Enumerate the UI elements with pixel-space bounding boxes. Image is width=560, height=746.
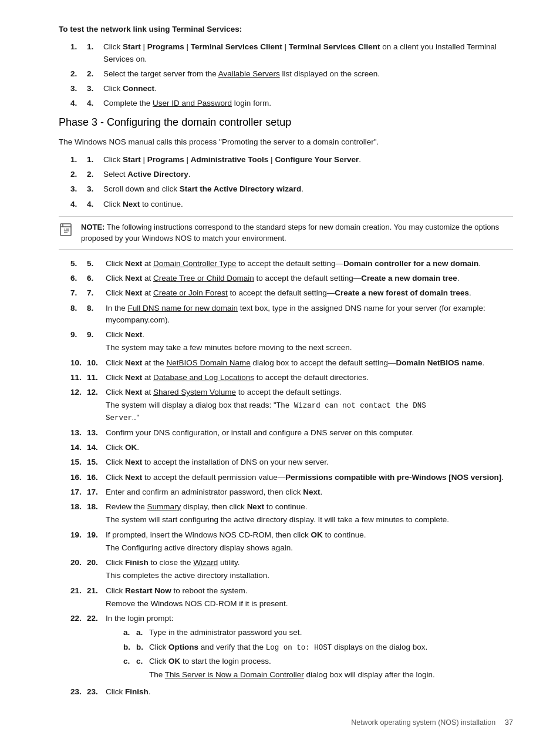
phase-step-item: 23.Click Finish. (70, 686, 513, 698)
phase-step-item: 20.Click Finish to close the Wizard util… (70, 557, 513, 582)
note-icon (59, 223, 75, 241)
note-text: NOTE: The following instructions corresp… (81, 221, 513, 244)
phase-intro: The Windows NOS manual calls this proces… (59, 136, 513, 148)
top-step-item: 1.Click Start | Programs | Terminal Serv… (70, 41, 513, 65)
phase-step-content: Scroll down and click Start the Active D… (103, 183, 513, 195)
top-step-item: 4.Complete the User ID and Password logi… (70, 98, 513, 109)
phase-step-content: Click Next at Database and Log Locations… (106, 372, 513, 384)
footer-left-text: Network operating system (NOS) installat… (351, 717, 495, 728)
phase-step-content: In the login prompt:a.Type in the admini… (106, 613, 513, 683)
phase-step-item: 19.If prompted, insert the Windows NOS C… (70, 529, 513, 555)
page: To test the network link using Terminal … (0, 0, 560, 746)
phase-step-item: 2.Select Active Directory. (70, 169, 513, 180)
step-sub-text: The system will display a dialog box tha… (106, 399, 513, 424)
phase-step-item: 6.Click Next at Create Tree or Child Dom… (70, 273, 513, 284)
phase-step-content: Click Next to accept the default permiss… (106, 472, 513, 483)
phase-step-content: Click Next at Create Tree or Child Domai… (106, 273, 513, 284)
phase-step-content: Confirm your DNS configuration, or insta… (106, 427, 513, 439)
top-section: To test the network link using Terminal … (59, 23, 513, 110)
top-section-title: To test the network link using Terminal … (59, 23, 513, 35)
phase-step-item: 17.Enter and confirm an administrator pa… (70, 486, 513, 498)
top-steps-list: 1.Click Start | Programs | Terminal Serv… (70, 41, 513, 109)
phase-step-content: In the Full DNS name for new domain text… (106, 303, 513, 327)
step-sub-text: The system will start configuring the ac… (106, 514, 513, 526)
alpha-step-content: Click Options and verify that the Log on… (149, 641, 513, 654)
phase-step-content: Click Next.The system may take a few min… (106, 329, 513, 354)
alpha-step-content: Click OK to start the login process.The … (149, 656, 513, 681)
alpha-sub-text: The This Server is Now a Domain Controll… (149, 669, 513, 681)
phase-step-item: 12.Click Next at Shared System Volume to… (70, 387, 513, 424)
phase-step-item: 15.Click Next to accept the installation… (70, 456, 513, 468)
phase-heading: Phase 3 - Configuring the domain control… (59, 115, 513, 130)
phase-step-content: Click OK. (106, 442, 513, 453)
phase-step-content: Click Next at the NetBIOS Domain Name di… (106, 357, 513, 369)
phase-step-item: 16.Click Next to accept the default perm… (70, 472, 513, 483)
phase-step-content: Select Active Directory. (103, 169, 513, 180)
phase-step-content: Click Next at Create or Join Forest to a… (106, 287, 513, 299)
top-step-content: Click Connect. (103, 83, 513, 95)
note-label: NOTE: (81, 223, 104, 231)
phase-step-item: 9.Click Next.The system may take a few m… (70, 329, 513, 354)
phase-step-content: Click Next at Shared System Volume to ac… (106, 387, 513, 424)
footer: Network operating system (NOS) installat… (351, 717, 513, 728)
phase-step-item: 1.Click Start | Programs | Administrativ… (70, 154, 513, 166)
phase-step-item: 11.Click Next at Database and Log Locati… (70, 372, 513, 384)
phase-step-item: 5.Click Next at Domain Controller Type t… (70, 258, 513, 270)
phase-step-item: 4.Click Next to continue. (70, 199, 513, 210)
phase-step-item: 13.Confirm your DNS configuration, or in… (70, 427, 513, 439)
top-step-content: Complete the User ID and Password login … (103, 98, 513, 109)
alpha-step: a.Type in the administrator password you… (123, 627, 513, 639)
alpha-step-content: Type in the administrator password you s… (149, 627, 513, 639)
phase-step-content: Click Next to accept the installation of… (106, 456, 513, 468)
step-sub-text: Remove the Windows NOS CD-ROM if it is p… (106, 598, 513, 610)
step-sub-text: The Configuring active directory display… (106, 542, 513, 554)
phase-step-item: 8.In the Full DNS name for new domain te… (70, 303, 513, 327)
top-step-item: 3.Click Connect. (70, 83, 513, 95)
alpha-step: b.Click Options and verify that the Log … (123, 641, 513, 654)
phase-step-item: 10.Click Next at the NetBIOS Domain Name… (70, 357, 513, 369)
top-step-content: Select the target server from the Availa… (103, 68, 513, 80)
footer-page-number: 37 (505, 717, 513, 728)
phase-steps-1-4-list: 1.Click Start | Programs | Administrativ… (70, 154, 513, 210)
step-sub-text: This completes the active directory inst… (106, 570, 513, 582)
phase-step-item: 18.Review the Summary display, then clic… (70, 501, 513, 526)
phase-step-content: Click Next to continue. (103, 199, 513, 210)
alpha-step: c.Click OK to start the login process.Th… (123, 656, 513, 681)
note-body: The following instructions correspond to… (81, 223, 499, 243)
phase-step-content: Click Next at Domain Controller Type to … (106, 258, 513, 270)
phase-step-content: If prompted, insert the Windows NOS CD-R… (106, 529, 513, 555)
phase-step-content: Click Finish. (106, 686, 513, 698)
phase-step-content: Review the Summary display, then click N… (106, 501, 513, 526)
phase-step-item: 21.Click Restart Now to reboot the syste… (70, 585, 513, 610)
top-step-item: 2.Select the target server from the Avai… (70, 68, 513, 80)
step-sub-text: The system may take a few minutes before… (106, 342, 513, 354)
phase-steps-5plus-list: 5.Click Next at Domain Controller Type t… (70, 258, 513, 698)
phase-step-item: 3.Scroll down and click Start the Active… (70, 183, 513, 195)
phase-step-content: Click Start | Programs | Administrative … (103, 154, 513, 166)
phase-step-item: 22.In the login prompt:a.Type in the adm… (70, 613, 513, 683)
phase-step-content: Enter and confirm an administrator passw… (106, 486, 513, 498)
phase-step-item: 7.Click Next at Create or Join Forest to… (70, 287, 513, 299)
top-step-content: Click Start | Programs | Terminal Servic… (103, 41, 513, 65)
phase-step-content: Click Finish to close the Wizard utility… (106, 557, 513, 582)
svg-rect-0 (60, 224, 71, 236)
phase-step-item: 14.Click OK. (70, 442, 513, 453)
phase-step-content: Click Restart Now to reboot the system.R… (106, 585, 513, 610)
note-box: NOTE: The following instructions corresp… (59, 216, 513, 250)
